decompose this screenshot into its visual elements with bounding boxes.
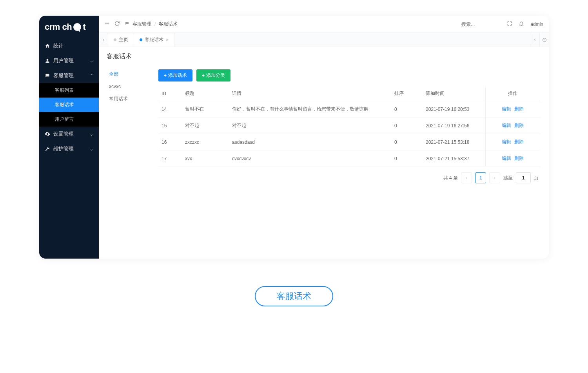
- fullscreen-icon[interactable]: [507, 21, 512, 27]
- tab-scroll-right[interactable]: ›: [530, 33, 539, 47]
- cell-id: 17: [158, 150, 182, 167]
- category-all[interactable]: 全部: [103, 68, 154, 81]
- user-icon: [45, 58, 50, 63]
- gear-icon: [45, 131, 50, 137]
- page-title: 客服话术: [99, 47, 549, 65]
- logo-text-right: t: [83, 22, 85, 32]
- cell-sort: 0: [391, 101, 423, 118]
- tab-dot-icon: [140, 38, 142, 41]
- chat-icon: [125, 21, 129, 27]
- table-header-row: ID 标题 详情 排序 添加时间 操作: [158, 86, 540, 101]
- chat-bubble-icon: [73, 23, 81, 31]
- col-id: ID: [158, 86, 182, 101]
- cell-title: 暂时不在: [182, 101, 229, 118]
- cell-id: 14: [158, 101, 182, 118]
- delete-link[interactable]: 删除: [514, 106, 524, 112]
- chevron-down-icon: ⌄: [90, 147, 93, 152]
- delete-link[interactable]: 删除: [514, 156, 524, 161]
- cell-detail: asdasdasd: [229, 134, 391, 150]
- sidebar-item-support[interactable]: 客服管理 ⌃: [39, 68, 99, 83]
- jump-label-post: 页: [534, 175, 539, 181]
- cell-id: 16: [158, 134, 182, 150]
- tab-scripts[interactable]: 客服话术 ×: [134, 33, 174, 47]
- svg-point-0: [47, 59, 49, 61]
- total-count-label: 共 4 条: [443, 175, 458, 181]
- cell-detail: cvxcvxcv: [229, 150, 391, 167]
- tabbar: ‹ 主页 客服话术 × ›: [99, 33, 549, 47]
- table-row: 15对不起对不起02021-07-19 16:27:56编辑删除: [158, 118, 540, 134]
- tab-scroll-left[interactable]: ‹: [99, 33, 108, 47]
- search-input[interactable]: [461, 22, 501, 27]
- cell-title: zxczxc: [182, 134, 229, 150]
- breadcrumb-parent[interactable]: 客服管理: [132, 21, 151, 27]
- table-row: 17xvxcvxcvxcv02021-07-21 15:53:37编辑删除: [158, 150, 540, 167]
- chevron-up-icon: ⌃: [90, 73, 93, 78]
- sidebar-label: 统计: [53, 42, 64, 49]
- col-title: 标题: [182, 86, 229, 101]
- close-icon[interactable]: ×: [166, 37, 169, 43]
- button-label: 添加话术: [168, 72, 187, 79]
- edit-link[interactable]: 编辑: [502, 156, 511, 161]
- cell-sort: 0: [391, 150, 423, 167]
- cell-title: 对不起: [182, 118, 229, 134]
- button-label: 添加分类: [206, 72, 225, 79]
- sidebar-item-stats[interactable]: 统计: [39, 38, 99, 53]
- tab-home[interactable]: 主页: [108, 33, 134, 47]
- sidebar-sub-label: 客服话术: [55, 101, 74, 108]
- chevron-down-icon: ⌄: [90, 58, 93, 63]
- wrench-icon: [45, 146, 50, 152]
- logo-text-left: crm ch: [45, 22, 72, 32]
- add-category-button[interactable]: + 添加分类: [196, 69, 230, 81]
- pagination: 共 4 条 ‹ 1 › 跳至 页: [158, 167, 540, 185]
- jump-label-pre: 跳至: [503, 175, 513, 181]
- tab-label: 客服话术: [145, 36, 163, 43]
- cell-detail: 你好，暂时不在，有什么事情暂时留言，给您带来不便，敬请谅解: [229, 101, 391, 118]
- category-panel: 全部 xcvxc 常用话术: [103, 65, 154, 255]
- sidebar-sub-support-list[interactable]: 客服列表: [39, 83, 99, 98]
- cell-title: xvx: [182, 150, 229, 167]
- table-panel: + 添加话术 + 添加分类 ID 标题 详情 排序: [154, 65, 545, 255]
- page-next-button[interactable]: ›: [489, 172, 500, 183]
- sidebar-label: 客服管理: [53, 72, 74, 79]
- edit-link[interactable]: 编辑: [502, 106, 511, 112]
- breadcrumb-separator: /: [154, 22, 156, 27]
- category-item[interactable]: 常用话术: [103, 92, 154, 105]
- plus-icon: +: [164, 73, 167, 78]
- add-script-button[interactable]: + 添加话术: [158, 69, 192, 81]
- sidebar-label: 设置管理: [53, 130, 74, 138]
- cell-time: 2021-07-19 16:20:53: [423, 101, 485, 118]
- col-op: 操作: [485, 86, 540, 101]
- plus-icon: +: [202, 73, 205, 78]
- chevron-down-icon: ⌄: [90, 132, 93, 137]
- edit-link[interactable]: 编辑: [502, 123, 511, 128]
- col-time: 添加时间: [423, 86, 485, 101]
- sidebar-sub-support-scripts[interactable]: 客服话术: [39, 98, 99, 112]
- tab-label: 主页: [119, 36, 128, 43]
- delete-link[interactable]: 删除: [514, 123, 524, 128]
- category-item[interactable]: xcvxc: [103, 81, 154, 92]
- tab-more-icon[interactable]: [539, 33, 549, 47]
- sidebar-item-users[interactable]: 用户管理 ⌄: [39, 53, 99, 68]
- username-label[interactable]: admin: [530, 22, 543, 27]
- table-row: 14暂时不在你好，暂时不在，有什么事情暂时留言，给您带来不便，敬请谅解02021…: [158, 101, 540, 118]
- bell-icon[interactable]: [519, 21, 524, 27]
- app-window: crm ch t 统计 用户管理 ⌄ 客服管理 ⌃ 客服列表: [39, 16, 549, 259]
- breadcrumb-current: 客服话术: [159, 21, 178, 27]
- cell-detail: 对不起: [229, 118, 391, 134]
- delete-link[interactable]: 删除: [514, 139, 524, 145]
- page-number-button[interactable]: 1: [475, 172, 486, 183]
- col-detail: 详情: [229, 86, 391, 101]
- sidebar-item-settings[interactable]: 设置管理 ⌄: [39, 127, 99, 141]
- edit-link[interactable]: 编辑: [502, 139, 511, 145]
- scripts-table: ID 标题 详情 排序 添加时间 操作 14暂时不在你好，暂时不在，有什么事情暂…: [158, 86, 540, 167]
- menu-toggle-icon[interactable]: [104, 21, 111, 27]
- jump-page-input[interactable]: [516, 172, 531, 183]
- footer-pill: 客服话术: [255, 286, 333, 306]
- sidebar-label: 维护管理: [53, 145, 74, 152]
- sidebar-sub-user-messages[interactable]: 用户留言: [39, 112, 99, 127]
- sidebar-item-maintenance[interactable]: 维护管理 ⌄: [39, 141, 99, 156]
- page-prev-button[interactable]: ‹: [461, 172, 472, 183]
- refresh-icon[interactable]: [114, 21, 121, 27]
- sidebar-sub-label: 用户留言: [55, 116, 74, 123]
- cell-sort: 0: [391, 118, 423, 134]
